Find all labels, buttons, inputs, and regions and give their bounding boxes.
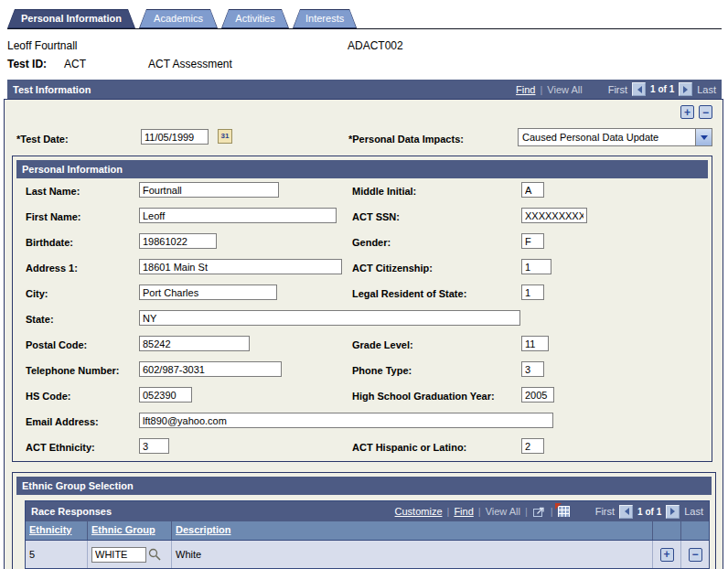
legal-resident-of-state-input[interactable] [521,284,544,300]
last-name-input[interactable] [139,182,279,198]
tab-underline [7,28,722,29]
ethnic-group-selection-header-bar: Ethnic Group Selection [16,477,712,495]
ethnic-group-input[interactable] [91,547,146,563]
column-header-ethnic-group[interactable]: Ethnic Group [87,521,171,540]
hs-graduation-year-input[interactable] [521,387,554,403]
phone-type-input[interactable] [521,361,544,377]
tab-label: Activities [221,9,289,28]
tab-personal-information[interactable]: Personal Information [7,9,135,28]
delete-cell: − [680,541,709,568]
column-header-description[interactable]: Description [171,521,652,540]
personal-information-header-bar: Personal Information [16,160,708,178]
add-cell: + [652,541,680,568]
last-label: Last [684,506,703,517]
act-citizenship-input[interactable] [521,259,551,274]
act-personal-information-page: Personal Information Academics Activitie… [0,0,728,569]
tab-label: Academics [139,9,218,28]
chevron-down-icon [701,135,708,144]
view-all-link[interactable]: View All [486,506,520,517]
column-header-ethnicity[interactable]: Ethnicity [26,521,87,540]
hs-graduation-year-label: High School Graduation Year: [352,391,495,402]
tab-bar: Personal Information Academics Activitie… [7,9,357,28]
calendar-icon[interactable]: 31 [218,129,232,144]
lookup-magnifier-icon[interactable] [148,548,162,561]
view-all-link[interactable]: View All [547,84,582,95]
telephone-number-input[interactable] [139,361,282,377]
state-input[interactable] [139,310,520,326]
grid-title: Race Responses [31,506,112,517]
field-row: Telephone Number: Phone Type: [13,359,712,384]
separator: | [478,506,481,517]
hs-code-input[interactable] [139,387,192,403]
city-label: City: [26,288,48,299]
next-row-button[interactable] [679,82,692,96]
birthdate-input[interactable] [139,233,217,249]
separator: | [541,84,543,95]
field-row: Last Name: Middle Initial: [13,179,712,205]
previous-row-button[interactable] [619,505,633,519]
act-hispanic-or-latino-input[interactable] [521,438,544,454]
act-ethnicity-label: ACT Ethnicity: [26,442,95,453]
tab-academics[interactable]: Academics [139,9,218,28]
gender-input[interactable] [521,233,544,249]
phone-type-label: Phone Type: [352,365,412,376]
field-row: First Name: ACT SSN: [13,205,712,231]
address-1-label: Address 1: [26,263,78,274]
download-to-excel-icon[interactable] [558,506,570,517]
delete-row-button[interactable]: − [689,548,702,562]
student-name: Leoff Fourtnall [7,39,78,52]
field-row: Address 1: ACT Citizenship: [13,256,712,282]
city-input[interactable] [139,284,277,300]
act-ethnicity-input[interactable] [139,438,169,454]
section-title: Test Information [13,84,91,95]
grade-level-input[interactable] [521,336,549,351]
address-1-input[interactable] [139,259,342,274]
dropdown-button[interactable] [695,129,712,145]
state-label: State: [26,314,54,325]
hs-code-label: HS Code: [26,391,71,402]
field-row: Email Address: [13,410,712,435]
column-header-delete [680,521,709,540]
email-address-label: Email Address: [26,416,99,427]
act-hispanic-or-latino-label: ACT Hispanic or Latino: [352,442,466,453]
race-responses-grid: Race Responses Customize | Find | View A… [25,500,710,569]
postal-code-input[interactable] [139,336,250,351]
add-row-button[interactable]: + [680,105,694,119]
grid-navbar: Race Responses Customize | Find | View A… [26,501,709,521]
act-ssn-input[interactable] [521,208,587,223]
field-row: Postal Code: Grade Level: [13,333,712,359]
field-row: HS Code: High School Graduation Year: [13,384,712,410]
email-address-input[interactable] [139,413,553,428]
field-rows: Last Name: Middle Initial: First Name: A… [13,179,712,461]
gender-label: Gender: [352,237,391,248]
personal-data-impacts-select[interactable]: Caused Personal Data Update [518,128,712,146]
test-date-input[interactable] [141,129,209,145]
selected-option: Caused Personal Data Update [519,132,695,143]
first-label: First [608,84,627,95]
section-title: Ethnic Group Selection [22,480,134,491]
arrow-left-icon [621,508,629,515]
arrow-right-icon [670,508,679,515]
section-title: Personal Information [22,164,123,175]
previous-row-button[interactable] [632,82,646,96]
tab-activities[interactable]: Activities [221,9,289,28]
grid-column-headers: Ethnicity Ethnic Group Description [26,521,709,541]
add-row-button[interactable]: + [660,548,674,562]
test-description: ACT Assessment [148,58,232,70]
delete-row-button[interactable]: − [699,105,712,119]
find-link[interactable]: Find [454,506,473,517]
field-row: Birthdate: Gender: [13,231,712,256]
arrow-right-icon [683,86,691,93]
customize-link[interactable]: Customize [395,506,443,517]
next-row-button[interactable] [666,505,680,519]
first-name-input[interactable] [139,208,337,223]
birthdate-label: Birthdate: [26,237,73,248]
zoom-grid-icon[interactable] [532,506,546,518]
tab-interests[interactable]: Interests [293,9,357,28]
test-date-label: *Test Date: [16,134,69,145]
personal-information-groupbox: Personal Information Last Name: Middle I… [12,156,712,462]
find-link[interactable]: Find [516,84,535,95]
middle-initial-input[interactable] [521,182,544,198]
ethnic-group-selection-groupbox: Ethnic Group Selection Race Responses Cu… [12,472,716,569]
ethnic-group-cell [87,541,171,568]
